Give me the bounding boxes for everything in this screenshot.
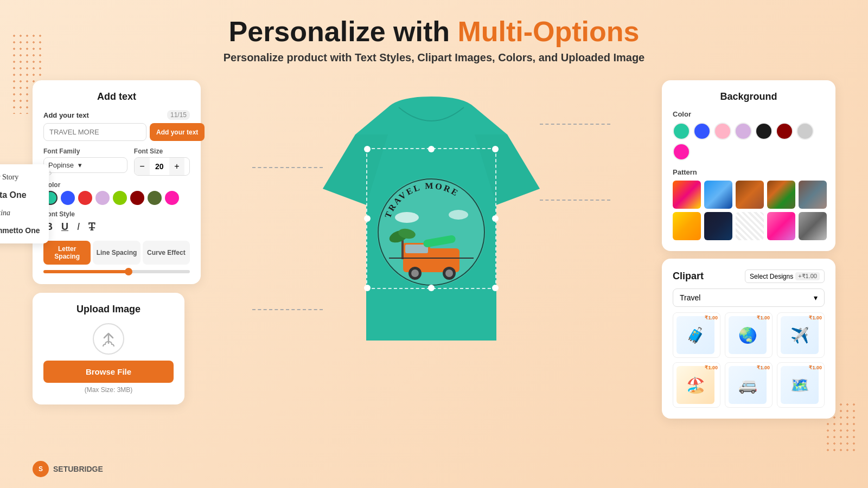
spacing-slider[interactable] bbox=[43, 270, 190, 273]
pattern-autumn[interactable] bbox=[767, 181, 795, 209]
clipart-item-6[interactable]: ₹1.00 🗺️ bbox=[777, 362, 825, 408]
pattern-gray[interactable] bbox=[799, 212, 827, 240]
pattern-yellow[interactable] bbox=[673, 212, 701, 240]
upload-image-panel: Upload Image Browse File (Max Size: 3MB) bbox=[33, 293, 184, 404]
pattern-stripe[interactable] bbox=[736, 212, 764, 240]
bg-color-label: Color bbox=[673, 110, 825, 118]
bg-color-blue[interactable] bbox=[693, 123, 711, 140]
font-item-pristina[interactable]: Pristina bbox=[0, 204, 49, 222]
clipart-item-2[interactable]: ₹1.00 🌏 bbox=[725, 312, 773, 358]
color-green[interactable] bbox=[113, 191, 127, 205]
svg-point-7 bbox=[411, 269, 419, 277]
logo-icon: S bbox=[33, 461, 49, 477]
bg-panel-title: Background bbox=[673, 91, 825, 102]
clipart-item-4[interactable]: ₹1.00 🏖️ bbox=[673, 362, 720, 408]
svg-point-17 bbox=[449, 210, 468, 220]
bg-color-hotpink[interactable] bbox=[673, 143, 690, 160]
max-size-label: (Max Size: 3MB) bbox=[43, 386, 174, 394]
font-family-select[interactable]: Popinse ▾ bbox=[43, 157, 127, 173]
font-preview-panel: Poor Story potta One Pristina Rammetto O… bbox=[0, 164, 49, 243]
title-normal: Personalize with bbox=[229, 16, 458, 47]
clipart-image-1: 🧳 bbox=[676, 316, 714, 354]
clipart-category-dropdown[interactable]: Travel ▾ bbox=[673, 288, 825, 307]
add-text-title: Add text bbox=[43, 91, 190, 102]
background-panel: Background Color Pattern bbox=[662, 80, 835, 251]
bg-color-teal[interactable] bbox=[673, 123, 690, 140]
clipart-image-6: 🗺️ bbox=[781, 366, 819, 404]
pattern-dark[interactable] bbox=[704, 212, 732, 240]
clipart-price-6: ₹1.00 bbox=[809, 365, 822, 370]
color-blue[interactable] bbox=[61, 191, 75, 205]
font-item-rammetto[interactable]: Rammetto One bbox=[0, 222, 49, 239]
font-item-potta[interactable]: potta One bbox=[0, 186, 49, 204]
connector-clipart bbox=[540, 200, 610, 201]
color-red[interactable] bbox=[78, 191, 92, 205]
pattern-grid bbox=[673, 181, 825, 240]
browse-file-button[interactable]: Browse File bbox=[43, 361, 174, 383]
color-pink[interactable] bbox=[165, 191, 179, 205]
font-style-label: Font Style bbox=[43, 210, 190, 218]
add-text-button[interactable]: Add your text bbox=[150, 123, 205, 141]
bg-color-grid bbox=[673, 123, 825, 160]
clipart-image-3: ✈️ bbox=[781, 316, 819, 354]
underline-button[interactable]: U bbox=[59, 220, 71, 234]
pattern-pink[interactable] bbox=[767, 212, 795, 240]
color-label: Color bbox=[43, 181, 190, 189]
bg-color-black[interactable] bbox=[755, 123, 773, 140]
upload-title: Upload Image bbox=[43, 304, 174, 315]
font-item-poor-story[interactable]: Poor Story bbox=[0, 169, 49, 186]
color-darkred[interactable] bbox=[130, 191, 144, 205]
chevron-down-icon: ▾ bbox=[814, 293, 818, 302]
bg-color-darkred[interactable] bbox=[776, 123, 793, 140]
tshirt-area: TRAVEL MORE bbox=[323, 91, 540, 364]
letter-spacing-button[interactable]: Letter Spacing bbox=[43, 241, 91, 265]
right-panels: Background Color Pattern bbox=[662, 80, 835, 419]
pattern-brown[interactable] bbox=[736, 181, 764, 209]
bg-color-gray[interactable] bbox=[796, 123, 814, 140]
italic-button[interactable]: I bbox=[75, 220, 82, 234]
clipart-title: Clipart bbox=[673, 271, 704, 282]
font-size-label: Font Size bbox=[134, 147, 190, 155]
font-size-increase[interactable]: + bbox=[169, 158, 184, 175]
bg-color-lavender[interactable] bbox=[735, 123, 752, 140]
clipart-item-1[interactable]: ₹1.00 🧳 bbox=[673, 312, 720, 358]
line-spacing-button[interactable]: Line Spacing bbox=[93, 241, 140, 265]
connector-bg bbox=[540, 124, 610, 125]
pattern-mosaic[interactable] bbox=[799, 181, 827, 209]
clipart-price-2: ₹1.00 bbox=[757, 315, 770, 320]
main-content: Poor Story potta One Pristina Rammetto O… bbox=[0, 69, 868, 419]
select-designs-button[interactable]: Select Designs +₹1.00 bbox=[745, 269, 825, 283]
connector-addtext bbox=[252, 167, 323, 168]
char-count: 11/15 bbox=[167, 110, 190, 120]
clipart-items-grid: ₹1.00 🧳 ₹1.00 🌏 ₹1.00 ✈️ ₹1.00 🏖️ ₹1 bbox=[673, 312, 825, 408]
slider-thumb[interactable] bbox=[125, 268, 132, 275]
clipart-category-value: Travel bbox=[680, 293, 700, 302]
brand-name: SETUBRIDGE bbox=[53, 465, 103, 473]
clipart-item-5[interactable]: ₹1.00 🚐 bbox=[725, 362, 773, 408]
color-lavender[interactable] bbox=[95, 191, 110, 205]
pattern-blue[interactable] bbox=[704, 181, 732, 209]
page-subtitle: Personalize product with Text Styles, Cl… bbox=[0, 52, 868, 64]
pattern-fire[interactable] bbox=[673, 181, 701, 209]
color-olive[interactable] bbox=[148, 191, 162, 205]
pattern-label: Pattern bbox=[673, 168, 825, 176]
clipart-image-2: 🌏 bbox=[729, 316, 767, 354]
strikethrough-button[interactable]: T̶ bbox=[86, 220, 97, 234]
brand-logo: S SETUBRIDGE bbox=[33, 461, 103, 477]
add-text-panel: Add text Add your text 11/15 Add your te… bbox=[33, 80, 201, 284]
clipart-item-3[interactable]: ₹1.00 ✈️ bbox=[777, 312, 825, 358]
bg-color-pink-light[interactable] bbox=[714, 123, 731, 140]
font-family-label: Font Family bbox=[43, 147, 127, 155]
add-text-label: Add your text bbox=[43, 111, 89, 119]
font-style-buttons: B U I T̶ bbox=[43, 220, 190, 234]
clipart-image-5: 🚐 bbox=[729, 366, 767, 404]
text-color-grid bbox=[43, 191, 190, 205]
curve-effect-button[interactable]: Curve Effect bbox=[143, 241, 190, 265]
clipart-price-5: ₹1.00 bbox=[757, 365, 770, 370]
clipart-panel: Clipart Select Designs +₹1.00 Travel ▾ ₹… bbox=[662, 259, 835, 419]
text-input-field[interactable] bbox=[43, 123, 146, 141]
page-title: Personalize with Multi-Options bbox=[0, 16, 868, 47]
svg-point-9 bbox=[445, 269, 453, 277]
svg-point-16 bbox=[395, 212, 419, 223]
font-size-decrease[interactable]: − bbox=[135, 158, 150, 175]
